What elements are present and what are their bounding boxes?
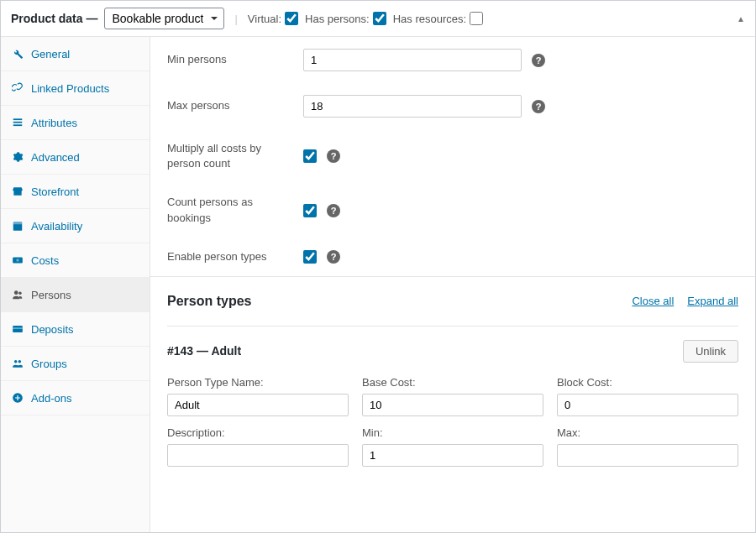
has-resources-toggle[interactable]: Has resources: bbox=[393, 12, 483, 25]
multiply-costs-checkbox[interactable] bbox=[303, 149, 317, 163]
min-persons-label: Min persons bbox=[167, 52, 293, 67]
pt-description-field: Description: bbox=[167, 426, 349, 467]
section-head: Person types Close all Expand all bbox=[167, 294, 738, 309]
link-icon bbox=[11, 81, 24, 95]
svg-rect-2 bbox=[13, 124, 23, 126]
svg-rect-10 bbox=[13, 327, 23, 329]
tab-linked-products[interactable]: Linked Products bbox=[1, 71, 150, 106]
min-persons-row: Min persons ? bbox=[150, 37, 755, 83]
has-persons-checkbox[interactable] bbox=[373, 12, 386, 25]
has-resources-checkbox[interactable] bbox=[470, 12, 483, 25]
has-persons-label: Has persons: bbox=[305, 13, 370, 25]
pt-min-label: Min: bbox=[362, 426, 543, 439]
pt-block-cost-label: Block Cost: bbox=[557, 376, 738, 389]
multiply-costs-label: Multiply all costs by person count bbox=[167, 141, 293, 171]
count-persons-label: Count persons as bookings bbox=[167, 195, 293, 225]
svg-point-7 bbox=[14, 290, 18, 295]
help-icon[interactable]: ? bbox=[532, 54, 545, 67]
gear-icon bbox=[11, 150, 24, 164]
virtual-label: Virtual: bbox=[248, 13, 281, 25]
person-type-head: #143 — Adult Unlink bbox=[167, 340, 738, 363]
svg-rect-0 bbox=[13, 118, 23, 120]
pt-min-field: Min: bbox=[362, 426, 543, 467]
virtual-toggle[interactable]: Virtual: bbox=[248, 12, 298, 25]
tab-storefront[interactable]: Storefront bbox=[1, 175, 150, 209]
virtual-checkbox[interactable] bbox=[285, 12, 298, 25]
card-icon bbox=[11, 322, 24, 336]
persons-icon bbox=[11, 288, 24, 301]
pt-name-field: Person Type Name: bbox=[167, 376, 349, 416]
tab-persons[interactable]: Persons bbox=[1, 278, 150, 312]
tab-label: Storefront bbox=[31, 186, 79, 198]
tab-costs[interactable]: Costs bbox=[1, 243, 150, 278]
max-persons-label: Max persons bbox=[167, 98, 293, 113]
count-persons-checkbox[interactable] bbox=[303, 204, 317, 217]
pt-max-label: Max: bbox=[557, 426, 738, 439]
svg-point-12 bbox=[18, 360, 21, 363]
product-type-select-wrap: Bookable product bbox=[104, 8, 224, 29]
collapse-icon[interactable]: ▲ bbox=[737, 14, 745, 24]
tab-label: Persons bbox=[31, 289, 71, 301]
pt-max-input[interactable] bbox=[557, 444, 738, 467]
enable-types-checkbox[interactable] bbox=[303, 250, 317, 264]
tab-groups[interactable]: Groups bbox=[1, 347, 150, 381]
tab-availability[interactable]: Availability bbox=[1, 209, 150, 243]
svg-rect-4 bbox=[13, 222, 23, 224]
pt-name-label: Person Type Name: bbox=[167, 376, 349, 389]
pt-name-input[interactable] bbox=[167, 394, 349, 416]
tab-label: Add-ons bbox=[31, 392, 71, 405]
tab-general[interactable]: General bbox=[1, 37, 150, 71]
product-type-select[interactable]: Bookable product bbox=[104, 8, 224, 29]
tab-advanced[interactable]: Advanced bbox=[1, 140, 150, 175]
list-icon bbox=[11, 116, 24, 129]
max-persons-row: Max persons ? bbox=[150, 83, 755, 129]
help-icon[interactable]: ? bbox=[327, 250, 340, 264]
unlink-button[interactable]: Unlink bbox=[683, 340, 738, 363]
close-all-link[interactable]: Close all bbox=[632, 295, 674, 307]
tabs: General Linked Products Attributes Advan… bbox=[1, 37, 150, 532]
tab-addons[interactable]: Add-ons bbox=[1, 381, 150, 415]
tab-label: Linked Products bbox=[31, 82, 109, 95]
min-persons-input[interactable] bbox=[303, 49, 522, 71]
money-icon bbox=[11, 253, 24, 267]
svg-point-11 bbox=[14, 360, 18, 363]
tab-label: General bbox=[31, 48, 70, 60]
pt-base-cost-label: Base Cost: bbox=[362, 376, 543, 389]
help-icon[interactable]: ? bbox=[532, 100, 545, 113]
pt-base-cost-input[interactable] bbox=[362, 394, 543, 416]
pt-min-input[interactable] bbox=[362, 444, 543, 467]
pt-block-cost-field: Block Cost: bbox=[557, 376, 738, 416]
tab-content: Min persons ? Max persons ? Multiply all… bbox=[150, 37, 755, 532]
enable-types-label: Enable person types bbox=[167, 249, 293, 264]
groups-icon bbox=[11, 357, 24, 370]
panel-body: General Linked Products Attributes Advan… bbox=[1, 37, 755, 532]
panel-title: Product data — bbox=[11, 12, 97, 25]
tab-label: Availability bbox=[31, 220, 82, 233]
has-resources-label: Has resources: bbox=[393, 13, 466, 25]
person-types-section: Person types Close all Expand all #143 —… bbox=[150, 276, 755, 483]
svg-point-8 bbox=[18, 292, 22, 295]
tab-deposits[interactable]: Deposits bbox=[1, 312, 150, 347]
person-type-item: #143 — Adult Unlink Person Type Name: Ba… bbox=[167, 326, 738, 467]
calendar-icon bbox=[11, 219, 24, 233]
wrench-icon bbox=[11, 47, 24, 60]
multiply-costs-row: Multiply all costs by person count ? bbox=[150, 129, 755, 183]
has-persons-toggle[interactable]: Has persons: bbox=[305, 12, 386, 25]
tab-label: Deposits bbox=[31, 323, 74, 336]
pt-block-cost-input[interactable] bbox=[557, 394, 738, 416]
svg-point-6 bbox=[16, 259, 19, 262]
help-icon[interactable]: ? bbox=[327, 149, 340, 163]
help-icon[interactable]: ? bbox=[327, 204, 340, 217]
person-type-grid: Person Type Name: Base Cost: Block Cost: bbox=[167, 376, 738, 467]
max-persons-input[interactable] bbox=[303, 95, 522, 118]
expand-all-link[interactable]: Expand all bbox=[687, 295, 738, 307]
store-icon bbox=[11, 185, 24, 198]
pt-description-label: Description: bbox=[167, 426, 349, 439]
tab-label: Groups bbox=[31, 358, 67, 370]
plus-icon bbox=[11, 391, 24, 405]
tab-attributes[interactable]: Attributes bbox=[1, 106, 150, 140]
panel-header: Product data — Bookable product | Virtua… bbox=[1, 1, 755, 37]
pt-description-input[interactable] bbox=[167, 444, 349, 467]
person-type-title: #143 — Adult bbox=[167, 344, 241, 358]
pt-max-field: Max: bbox=[557, 426, 738, 467]
